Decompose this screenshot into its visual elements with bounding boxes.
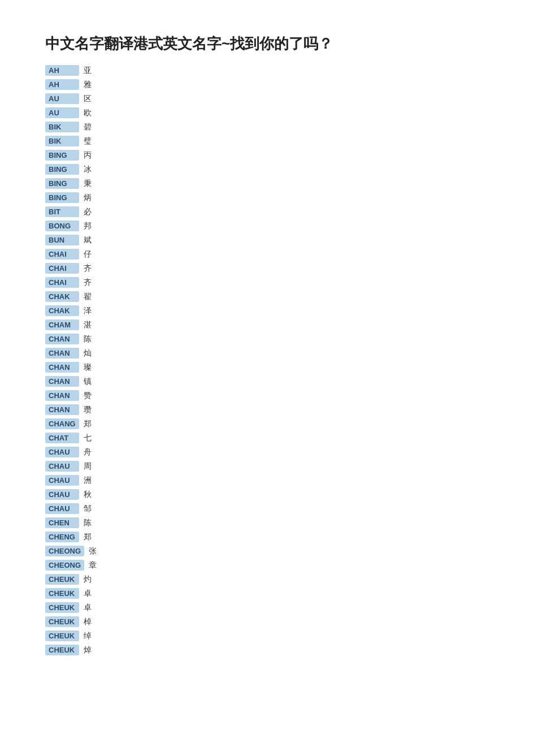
eng-label: BUN bbox=[45, 235, 79, 245]
eng-label: CHEUK bbox=[45, 588, 79, 599]
list-item: AU欧 bbox=[45, 106, 489, 119]
chi-label: 焯 bbox=[84, 645, 92, 655]
eng-label: CHAU bbox=[45, 503, 79, 514]
chi-label: 洲 bbox=[84, 476, 92, 486]
eng-label: CHAN bbox=[45, 348, 79, 358]
list-item: CHAI齐 bbox=[45, 262, 489, 275]
eng-label: CHAU bbox=[45, 475, 79, 486]
chi-label: 斌 bbox=[84, 235, 92, 245]
eng-label: CHAN bbox=[45, 404, 79, 415]
chi-label: 湛 bbox=[84, 320, 92, 330]
chi-label: 必 bbox=[84, 207, 92, 217]
eng-label: CHAM bbox=[45, 319, 79, 330]
eng-label: BIK bbox=[45, 122, 79, 132]
list-item: CHEUK棹 bbox=[45, 615, 489, 628]
list-item: CHAN灿 bbox=[45, 347, 489, 360]
list-item: CHAI齐 bbox=[45, 276, 489, 289]
eng-label: CHANG bbox=[45, 418, 79, 429]
eng-label: BIT bbox=[45, 206, 79, 217]
list-item: BUN斌 bbox=[45, 234, 489, 247]
eng-label: CHEN bbox=[45, 517, 79, 528]
list-item: CHAU周 bbox=[45, 460, 489, 473]
chi-label: 炳 bbox=[84, 193, 92, 203]
chi-label: 章 bbox=[89, 560, 97, 571]
chi-label: 亚 bbox=[84, 66, 92, 76]
eng-label: CHEUK bbox=[45, 645, 79, 655]
chi-label: 绰 bbox=[84, 631, 92, 641]
eng-label: CHEONG bbox=[45, 546, 84, 556]
eng-label: CHAU bbox=[45, 461, 79, 472]
list-item: CHAM湛 bbox=[45, 318, 489, 331]
list-item: CHEUK绰 bbox=[45, 629, 489, 642]
list-item: AH雅 bbox=[45, 78, 489, 91]
list-item: CHAN赞 bbox=[45, 389, 489, 402]
chi-label: 陈 bbox=[84, 518, 92, 528]
eng-label: BIK bbox=[45, 136, 79, 146]
list-item: BIT必 bbox=[45, 205, 489, 218]
list-item: CHAU洲 bbox=[45, 474, 489, 487]
list-item: CHEUK焯 bbox=[45, 643, 489, 656]
eng-label: BING bbox=[45, 150, 79, 161]
chi-label: 欧 bbox=[84, 108, 92, 118]
eng-label: CHAN bbox=[45, 376, 79, 387]
eng-label: CHEUK bbox=[45, 616, 79, 627]
list-item: CHAN璨 bbox=[45, 361, 489, 374]
list-item: CHAN陈 bbox=[45, 332, 489, 345]
chi-label: 秉 bbox=[84, 179, 92, 189]
list-item: CHAT七 bbox=[45, 431, 489, 444]
chi-label: 舟 bbox=[84, 447, 92, 457]
eng-label: CHEUK bbox=[45, 630, 79, 641]
eng-label: AU bbox=[45, 107, 79, 118]
eng-label: CHAN bbox=[45, 334, 79, 344]
chi-label: 郑 bbox=[84, 532, 92, 542]
chi-label: 周 bbox=[84, 461, 92, 472]
chi-label: 雅 bbox=[84, 80, 92, 90]
chi-label: 棹 bbox=[84, 617, 92, 627]
chi-label: 璨 bbox=[84, 362, 92, 373]
eng-label: CHAI bbox=[45, 249, 79, 260]
chi-label: 七 bbox=[84, 433, 92, 443]
chi-label: 邹 bbox=[84, 504, 92, 514]
eng-label: CHAU bbox=[45, 489, 79, 500]
chi-label: 璧 bbox=[84, 136, 92, 146]
chi-label: 卓 bbox=[84, 603, 92, 613]
list-item: CHAK翟 bbox=[45, 290, 489, 303]
eng-label: CHAK bbox=[45, 291, 79, 302]
list-item: CHENG郑 bbox=[45, 530, 489, 543]
eng-label: CHAK bbox=[45, 305, 79, 316]
chi-label: 郑 bbox=[84, 419, 92, 429]
eng-label: BING bbox=[45, 192, 79, 203]
list-item: CHEONG章 bbox=[45, 559, 489, 572]
list-item: BIK碧 bbox=[45, 120, 489, 133]
list-item: BING丙 bbox=[45, 149, 489, 162]
chi-label: 区 bbox=[84, 94, 92, 104]
list-item: AH亚 bbox=[45, 64, 489, 77]
list-item: CHEUK灼 bbox=[45, 573, 489, 586]
chi-label: 镇 bbox=[84, 377, 92, 387]
list-item: CHEUK卓 bbox=[45, 601, 489, 614]
chi-label: 齐 bbox=[84, 263, 92, 274]
list-item: CHAN瓒 bbox=[45, 403, 489, 416]
list-item: CHEN陈 bbox=[45, 516, 489, 529]
list-item: BING秉 bbox=[45, 177, 489, 190]
name-list: AH亚AH雅AU区AU欧BIK碧BIK璧BING丙BING冰BING秉BING炳… bbox=[45, 64, 489, 656]
list-item: CHAU秋 bbox=[45, 488, 489, 501]
chi-label: 丙 bbox=[84, 150, 92, 161]
list-item: CHANG郑 bbox=[45, 417, 489, 430]
eng-label: CHAT bbox=[45, 433, 79, 443]
eng-label: CHAN bbox=[45, 390, 79, 401]
chi-label: 赞 bbox=[84, 391, 92, 401]
eng-label: CHEONG bbox=[45, 560, 84, 571]
chi-label: 陈 bbox=[84, 334, 92, 344]
list-item: CHAN镇 bbox=[45, 375, 489, 388]
eng-label: CHAI bbox=[45, 277, 79, 288]
chi-label: 仔 bbox=[84, 249, 92, 260]
eng-label: CHAI bbox=[45, 263, 79, 274]
eng-label: CHENG bbox=[45, 532, 79, 542]
chi-label: 张 bbox=[89, 546, 97, 556]
eng-label: BING bbox=[45, 164, 79, 175]
eng-label: CHAN bbox=[45, 362, 79, 373]
eng-label: BONG bbox=[45, 221, 79, 231]
list-item: CHAI仔 bbox=[45, 248, 489, 261]
eng-label: AH bbox=[45, 79, 79, 90]
